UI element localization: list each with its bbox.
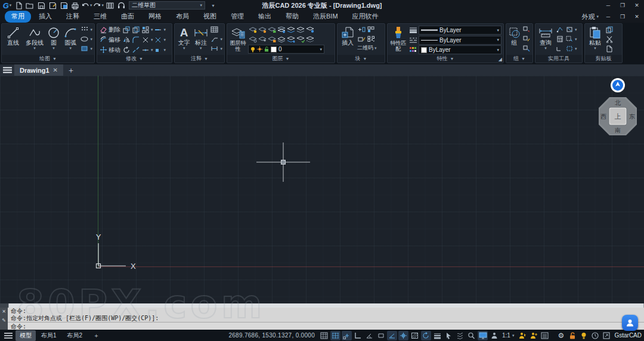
layer-thaw-button[interactable] xyxy=(258,35,267,44)
appearance-button[interactable]: 外观▾ xyxy=(581,13,599,21)
transparency-toggle[interactable] xyxy=(455,331,465,340)
fillet-button[interactable] xyxy=(131,35,140,44)
rotate-button[interactable] xyxy=(122,45,131,54)
ellipse-button[interactable] xyxy=(80,35,89,44)
tab-home[interactable]: 常用 xyxy=(5,11,31,23)
status-menu-button[interactable] xyxy=(2,333,14,339)
layer-off-button[interactable] xyxy=(248,35,257,44)
ui-lock-button[interactable] xyxy=(567,331,577,340)
group-button[interactable]: 组 xyxy=(508,25,521,55)
lengthen-button[interactable] xyxy=(154,45,163,54)
minimize-button[interactable]: ─ xyxy=(601,1,615,10)
scrollbar-grip[interactable] xyxy=(0,303,8,308)
group-edit-button[interactable] xyxy=(522,35,531,44)
print-button[interactable] xyxy=(70,1,80,11)
clean-screen-button[interactable] xyxy=(601,331,611,340)
dim-style-button[interactable] xyxy=(210,44,219,53)
tab-layout[interactable]: 布局 xyxy=(169,11,196,23)
tab-bim[interactable]: 浩辰BIM xyxy=(306,11,345,23)
layer-merge-button[interactable] xyxy=(286,35,295,44)
snap-toggle[interactable] xyxy=(342,331,352,340)
qat-overflow-button[interactable]: ▼ xyxy=(208,1,218,11)
create-block-button[interactable] xyxy=(357,25,366,34)
point-tools-button[interactable] xyxy=(80,25,89,34)
join-button[interactable] xyxy=(141,45,150,54)
layer-lock-button[interactable] xyxy=(267,25,276,34)
close-button[interactable]: ✕ xyxy=(630,1,644,10)
isolate-objects-button[interactable] xyxy=(578,331,589,340)
zoom-tool-button[interactable] xyxy=(466,331,476,340)
select-all-button[interactable] xyxy=(565,44,574,53)
layout1-tab[interactable]: 布局1 xyxy=(37,330,61,341)
ungroup-button[interactable] xyxy=(522,25,531,34)
assistant-badge[interactable] xyxy=(622,315,638,331)
settings-button[interactable]: ⚙ xyxy=(556,331,566,340)
doc-menu-button[interactable] xyxy=(0,64,14,76)
layer-prev-button[interactable] xyxy=(296,25,305,34)
calculator-button[interactable] xyxy=(555,35,564,44)
document-tab-drawing1[interactable]: Drawing1 ✕ xyxy=(14,64,63,76)
new-document-tab-button[interactable]: ＋ xyxy=(63,64,79,76)
app-menu-button[interactable]: G▾ xyxy=(2,1,13,11)
annotation-auto-scale-button[interactable] xyxy=(517,331,527,340)
tab-output[interactable]: 输出 xyxy=(252,11,278,23)
model-paper-toggle[interactable] xyxy=(319,331,329,340)
sheet-set-button[interactable] xyxy=(104,1,115,11)
layer-walk-button[interactable] xyxy=(305,25,314,34)
otrack-toggle[interactable] xyxy=(421,331,431,340)
doc-restore-button[interactable]: ❐ xyxy=(615,12,630,21)
table-button[interactable] xyxy=(210,25,219,34)
copy-button[interactable] xyxy=(131,25,140,34)
restore-button[interactable]: ❐ xyxy=(615,1,630,10)
paste-special-button[interactable] xyxy=(605,44,614,53)
save-button[interactable] xyxy=(36,1,47,11)
id-point-button[interactable] xyxy=(555,25,564,34)
quick-select-button[interactable] xyxy=(565,35,574,44)
area-button[interactable] xyxy=(565,25,574,34)
doc-minimize-button[interactable]: ─ xyxy=(601,12,615,21)
selection-cycling-toggle[interactable] xyxy=(444,331,454,340)
open-file-button[interactable] xyxy=(24,1,35,11)
scrollbar-thumb[interactable] xyxy=(8,303,644,308)
layer-match-button[interactable] xyxy=(286,25,295,34)
ortho-toggle[interactable] xyxy=(353,331,363,340)
stretch-button[interactable] xyxy=(154,25,163,34)
qr-code-button[interactable] xyxy=(367,35,376,44)
isodraft-toggle[interactable] xyxy=(376,331,386,340)
dialog-launcher-icon[interactable]: ◢ xyxy=(499,57,502,62)
model-tab[interactable]: 模型 xyxy=(16,330,36,341)
layer-properties-button[interactable]: 图层特性 xyxy=(229,25,247,55)
layer-current-button[interactable] xyxy=(296,35,305,44)
graphics-performance-button[interactable] xyxy=(478,331,488,340)
explode-button[interactable] xyxy=(154,35,163,44)
edit-block-button[interactable] xyxy=(357,35,366,44)
drawing-canvas[interactable]: Y X 上 北 南 西 东 xyxy=(0,76,644,303)
polyline-button[interactable]: 多段线 ▾ xyxy=(24,25,45,55)
new-file-button[interactable] xyxy=(13,1,24,11)
layer-isolate-button[interactable] xyxy=(277,25,286,34)
linetype-list-button[interactable] xyxy=(408,36,417,45)
help-headset-button[interactable] xyxy=(116,1,126,11)
save-as-button[interactable] xyxy=(47,1,58,11)
tab-3d[interactable]: 三维 xyxy=(87,11,113,23)
dimension-button[interactable]: 标注 ▾ xyxy=(193,25,209,55)
erase-button[interactable] xyxy=(99,25,108,34)
annotation-scale-button[interactable]: 1:1▾ xyxy=(500,332,516,339)
lineweight-select[interactable]: ByLayer ▾ xyxy=(419,26,501,35)
layer-unlock-button[interactable] xyxy=(267,35,276,44)
trim-button[interactable] xyxy=(141,35,150,44)
layer-unisolate-button[interactable] xyxy=(277,35,286,44)
inquiry-button[interactable]: 查询 ▾ xyxy=(537,25,554,55)
tab-view[interactable]: 视图 xyxy=(197,11,223,23)
hatch-display-toggle[interactable] xyxy=(410,331,420,340)
color-palette-button[interactable] xyxy=(408,45,417,54)
command-input[interactable]: 命令: xyxy=(8,322,644,330)
annotation-visibility-button[interactable] xyxy=(489,331,499,340)
circle-button[interactable]: 圆 ▾ xyxy=(47,25,61,55)
insert-block-button[interactable]: 插入 xyxy=(339,25,356,55)
horizontal-scrollbar[interactable] xyxy=(0,303,644,308)
group-select-button[interactable] xyxy=(522,44,531,53)
paste-button[interactable]: 粘贴 ▾ xyxy=(587,25,603,55)
tab-annotate[interactable]: 注释 xyxy=(60,11,86,23)
workspace-list-button[interactable] xyxy=(540,331,550,340)
